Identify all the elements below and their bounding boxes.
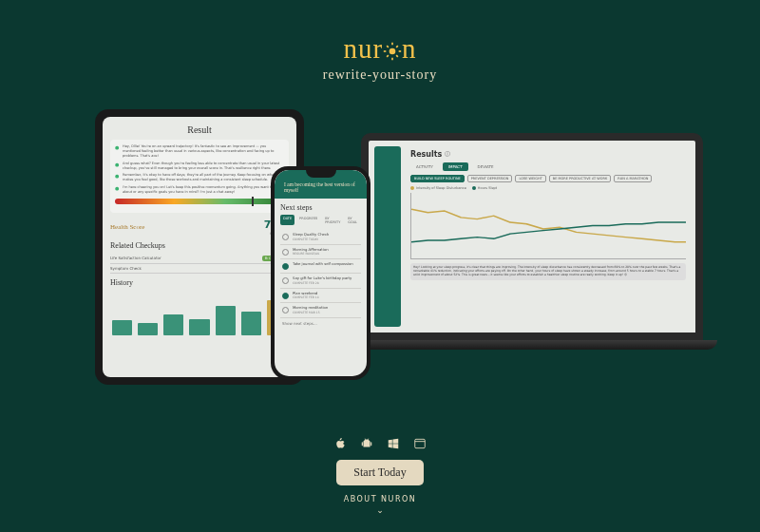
phone-tab-goal[interactable]: BY GOAL <box>345 215 361 225</box>
brand-tagline: rewrite-your-story <box>0 67 760 83</box>
checkbox-icon[interactable] <box>282 234 289 240</box>
svg-rect-9 <box>415 439 426 447</box>
windows-icon <box>387 437 400 450</box>
phone-title: Next steps <box>280 203 361 212</box>
device-mockups: Resultsⓘ ACTIVITY IMPACT DEVIATE BUILD N… <box>0 95 760 418</box>
laptop-tabs: ACTIVITY IMPACT DEVIATE <box>410 162 686 171</box>
tablet-msg: Hey, Ollie! You're on an upward trajecto… <box>115 144 284 159</box>
chip-depression[interactable]: PREVENT DEPRESSION <box>467 175 513 182</box>
task-item[interactable]: Say gift for Luke's birthday partyCOMPLE… <box>280 274 361 289</box>
android-icon <box>360 437 373 450</box>
task-item[interactable]: Morning AffirmationREGURE PAUSE/AK <box>280 245 361 260</box>
chip-productive[interactable]: BE MORE PRODUCTIVE AT WORK <box>549 175 611 182</box>
tablet-msg: I'm here cheering you on! Let's keep thi… <box>115 185 284 195</box>
checkbox-icon[interactable] <box>282 277 289 284</box>
task-item[interactable]: Plan weekendCOMPLETE FEB 14 <box>280 289 361 304</box>
task-item[interactable]: Morning meditationCOMPLETE MAR 15 <box>280 303 361 318</box>
about-link[interactable]: ABOUT NURON <box>0 495 760 504</box>
brand-header: nurn rewrite-your-story <box>0 0 760 83</box>
task-item[interactable]: Sleep Quality CheckCOMPLETE TODAY <box>280 230 361 245</box>
checkbox-icon[interactable] <box>282 249 289 256</box>
related-checkups-title: Related Checkups <box>110 241 289 250</box>
apple-icon <box>333 437 347 450</box>
show-more[interactable]: Show next steps... <box>280 318 361 329</box>
svg-line-8 <box>396 46 398 48</box>
tablet-msg: And guess what? Even though you're feeli… <box>115 162 284 171</box>
health-gauge <box>115 199 284 204</box>
phone-mockup: I am becoming the best version of myself… <box>271 166 370 380</box>
checkbox-icon[interactable] <box>282 307 289 314</box>
checkup-row[interactable]: Symptom Check <box>110 264 289 274</box>
tablet-msg: Remember, it's okay to have off days; th… <box>115 173 284 182</box>
platform-icons <box>0 437 760 450</box>
tab-impact[interactable]: IMPACT <box>443 162 468 171</box>
chevron-down-icon[interactable]: ⌄ <box>0 505 760 515</box>
brand-logo: nurn <box>0 33 760 65</box>
tablet-title: Result <box>110 124 289 135</box>
history-title: History <box>110 278 289 287</box>
health-score-label: Health Score <box>110 223 144 231</box>
svg-point-0 <box>390 48 396 55</box>
laptop-sidebar <box>374 146 401 327</box>
chip-sleep[interactable]: BUILD NEW SLEEP ROUTINE <box>410 175 465 182</box>
phone-tab-priority[interactable]: BY PRIORITY <box>322 215 343 225</box>
web-icon <box>413 437 427 450</box>
chip-weight[interactable]: LOSE WEIGHT <box>515 175 545 182</box>
laptop-chart <box>410 193 686 259</box>
svg-line-5 <box>387 46 389 48</box>
checkbox-icon[interactable] <box>282 263 289 270</box>
legend-intensity: Intensity of Sleep Disturbance <box>410 186 466 190</box>
chip-marathon[interactable]: RUN A MARATHON <box>614 175 652 182</box>
tab-deviate[interactable]: DEVIATE <box>472 162 500 171</box>
tab-activity[interactable]: ACTIVITY <box>410 162 439 171</box>
phone-tab-progress[interactable]: PROGRESS <box>296 215 320 225</box>
phone-quote: I am becoming the best version of myself <box>280 181 361 193</box>
checkbox-icon[interactable] <box>282 293 289 299</box>
laptop-mockup: Resultsⓘ ACTIVITY IMPACT DEVIATE BUILD N… <box>361 133 703 366</box>
laptop-insight: Hey! Looking at your sleep progress, it'… <box>410 263 686 280</box>
legend-hours: Hours Slept <box>472 186 497 190</box>
phone-tab-date[interactable]: DATE <box>280 215 294 225</box>
laptop-title: Resultsⓘ <box>410 150 686 159</box>
checkup-row[interactable]: Life Satisfaction Calculator 8: Calculat… <box>110 254 289 264</box>
history-chart <box>110 293 289 335</box>
task-item[interactable]: Take journal with self compassion <box>280 259 361 274</box>
svg-line-7 <box>387 55 389 57</box>
start-today-button[interactable]: Start Today <box>336 460 423 485</box>
svg-line-6 <box>396 55 398 57</box>
